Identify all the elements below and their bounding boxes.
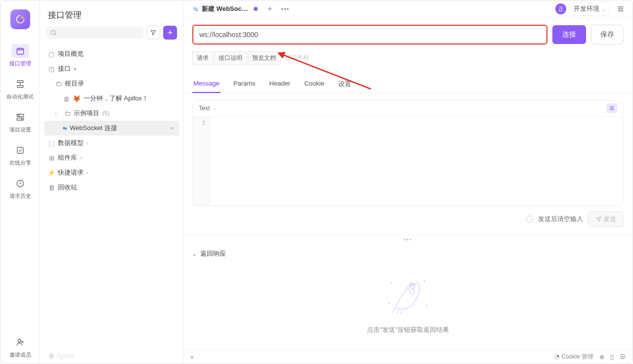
wrap-icon: [609, 105, 615, 111]
left-rail: 接口管理 自动化测试 项目设置 在线分享 请求历史 邀请成员: [0, 0, 40, 364]
cube-icon: ⬚: [48, 139, 55, 147]
tree-recycle[interactable]: 🗑 回收站: [44, 180, 179, 195]
tree-root-dir[interactable]: 🗀 根目录: [44, 76, 179, 91]
tab-add-button[interactable]: +: [263, 1, 277, 16]
tree-websocket-item[interactable]: ⇆ WebSocket 连接: [44, 121, 179, 136]
url-input[interactable]: [192, 25, 547, 45]
tab-settings[interactable]: 设置: [337, 76, 352, 92]
svg-rect-0: [17, 48, 24, 54]
request-tabs: Message Params Header Cookie 设置: [183, 71, 633, 93]
menu-icon: [617, 5, 625, 13]
overview-icon: ▢: [48, 50, 55, 58]
chevron-right-icon: ›: [87, 140, 92, 146]
chevron-down-icon: ⌄: [192, 251, 196, 257]
bolt-icon: ⚡: [48, 169, 55, 177]
tab-params[interactable]: Params: [232, 76, 257, 92]
chevron-right-icon: ›: [55, 111, 61, 116]
send-button[interactable]: 发送: [588, 211, 624, 227]
websocket-icon: ⇆: [63, 126, 67, 131]
unsaved-dot-icon: [254, 7, 258, 11]
response-empty-state: 点击"发送"按钮获取返回结果: [192, 258, 624, 343]
request-row: 连接 保存: [183, 18, 633, 51]
sidebar: 接口管理 + ▢ 项目概览 ◫ 接口 ▾ 🗀 根目录: [40, 0, 183, 364]
chevron-right-icon: ›: [87, 170, 92, 176]
tab-cookie[interactable]: Cookie: [303, 76, 325, 92]
clear-after-send-checkbox[interactable]: [526, 216, 533, 223]
tree-api-root[interactable]: ◫ 接口 ▾: [44, 61, 179, 76]
share-icon: [16, 146, 25, 155]
hamburger-button[interactable]: [614, 3, 628, 15]
svg-rect-4: [17, 118, 24, 121]
env-badge[interactable]: 正: [555, 3, 566, 14]
tab-title: 新建 WebSocket 接...: [202, 4, 250, 13]
filter-button[interactable]: [146, 26, 160, 40]
tab-message[interactable]: Message: [192, 76, 221, 93]
components-icon: ⊞: [48, 154, 55, 162]
search-input[interactable]: [46, 27, 143, 39]
rail-api-manage[interactable]: 接口管理: [0, 39, 40, 72]
sidebar-title: 接口管理: [40, 0, 183, 26]
folder-icon: 🗀: [55, 80, 62, 88]
svg-point-6: [21, 119, 22, 120]
message-editor[interactable]: 1: [193, 117, 623, 206]
tree-components[interactable]: ⊞ 组件库 ›: [44, 150, 179, 165]
editor-body[interactable]: [210, 117, 623, 206]
svg-point-5: [18, 115, 19, 116]
footer-add-button[interactable]: ⊕: [599, 354, 604, 361]
send-icon: [595, 216, 601, 222]
response-panel: ⌄ 返回响应 点击"发送"按钮获取返回结果: [183, 243, 633, 349]
svg-point-11: [48, 353, 54, 359]
tree-quick-request[interactable]: ⚡ 快捷请求 ›: [44, 165, 179, 180]
filter-icon: [150, 29, 157, 36]
mode-tab-preview[interactable]: 预览文档: [248, 51, 280, 65]
logo-mark-icon: [48, 353, 55, 360]
collapse-button[interactable]: «: [190, 354, 194, 361]
svg-rect-3: [17, 114, 24, 117]
tree-data-model[interactable]: ⬚ 数据模型 ›: [44, 136, 179, 150]
resize-handle[interactable]: •••: [183, 235, 633, 243]
message-footer: 发送后清空输入 发送: [183, 206, 633, 235]
user-plus-icon: [16, 338, 25, 347]
websocket-icon: ⇆: [193, 6, 198, 12]
tab-websocket[interactable]: ⇆ 新建 WebSocket 接...: [188, 0, 263, 17]
main-panel: ⇆ 新建 WebSocket 接... + ••• 正 开发环境 ⌄ 连接 保存…: [183, 0, 633, 364]
flow-icon: [16, 80, 25, 89]
tab-more-button[interactable]: •••: [277, 2, 293, 16]
status-bar: « ◔Cookie 管理 ⊕ ⍰ ⦿: [183, 349, 633, 364]
message-editor-panel: Text ⌄ 1: [192, 100, 624, 206]
chevron-right-icon: ›: [80, 155, 86, 161]
mode-tab-name-placeholder: 接口名称: [281, 51, 313, 65]
footer-help-button[interactable]: ⦿: [620, 354, 626, 361]
connect-button[interactable]: 连接: [552, 25, 586, 44]
svg-point-13: [424, 280, 425, 281]
svg-point-14: [389, 303, 390, 304]
rail-project-settings[interactable]: 项目设置: [0, 105, 40, 138]
tree-example-project[interactable]: › 🗀 示例项目 (5): [44, 106, 179, 121]
mode-tab-request[interactable]: 请求: [192, 51, 213, 65]
rail-history[interactable]: 请求历史: [0, 172, 40, 205]
cookie-manage-button[interactable]: ◔Cookie 管理: [554, 353, 593, 361]
tree-intro-doc[interactable]: ◍ 🦊 一分钟，了解 Apifox！: [44, 91, 179, 106]
rail-invite[interactable]: 邀请成员: [0, 330, 40, 364]
sidebar-tree: ▢ 项目概览 ◫ 接口 ▾ 🗀 根目录 ◍ 🦊 一分钟，了解 Apifox！ ›…: [40, 45, 183, 348]
footer-code-button[interactable]: ⍰: [610, 354, 614, 361]
doc-icon: ◍: [63, 95, 70, 102]
mode-tabs: 请求 接口说明 预览文档 接口名称: [183, 51, 633, 65]
rail-automation[interactable]: 自动化测试: [0, 72, 40, 105]
save-button[interactable]: 保存: [591, 25, 624, 45]
add-button[interactable]: +: [163, 26, 177, 40]
response-hint: 点击"发送"按钮获取返回结果: [367, 325, 449, 334]
word-wrap-button[interactable]: [606, 103, 617, 113]
response-toggle[interactable]: ⌄ 返回响应: [192, 249, 624, 258]
history-icon: [16, 179, 25, 188]
tab-header[interactable]: Header: [269, 76, 292, 92]
rail-share[interactable]: 在线分享: [0, 138, 40, 172]
app-logo: [10, 9, 30, 29]
mode-tab-description[interactable]: 接口说明: [214, 51, 247, 65]
tree-overview[interactable]: ▢ 项目概览: [44, 46, 179, 61]
active-dot-icon: [170, 127, 173, 130]
rocket-illustration-icon: [383, 273, 433, 318]
message-format-select[interactable]: Text ⌄: [193, 100, 623, 117]
env-select[interactable]: 开发环境 ⌄: [569, 2, 610, 16]
api-icon: ◫: [48, 65, 55, 73]
